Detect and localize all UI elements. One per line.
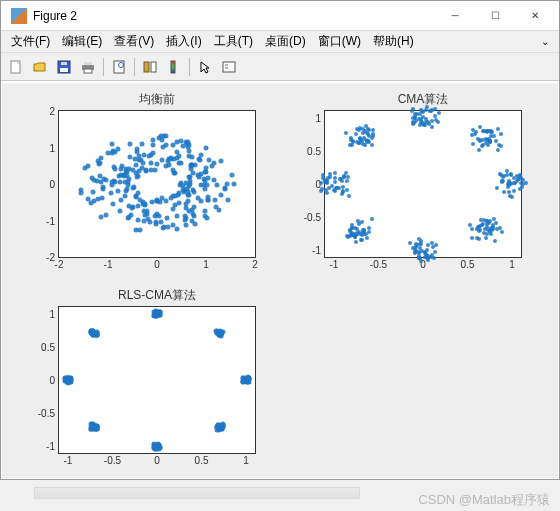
- toolbar-separator: [103, 58, 104, 76]
- y-tick-label: -0.5: [304, 212, 325, 223]
- plot-title: 均衡前: [58, 91, 256, 108]
- menu-help[interactable]: 帮助(H): [367, 31, 420, 52]
- y-tick-label: 1: [315, 112, 325, 123]
- menu-view[interactable]: 查看(V): [108, 31, 160, 52]
- data-point: [488, 140, 492, 144]
- data-point: [219, 331, 224, 336]
- data-point: [195, 195, 200, 200]
- open-button[interactable]: [29, 56, 51, 78]
- x-tick-label: 0.5: [195, 453, 209, 466]
- data-point: [156, 310, 161, 315]
- data-point: [362, 228, 366, 232]
- data-point: [367, 230, 371, 234]
- data-point: [499, 173, 503, 177]
- data-point: [198, 171, 203, 176]
- data-point: [142, 202, 147, 207]
- pointer-icon: [198, 60, 212, 74]
- subplot-rls-cma: RLS-CMA算法 -1-0.500.51-1-0.500.51: [58, 287, 256, 454]
- data-point: [188, 163, 193, 168]
- maximize-button[interactable]: ☐: [475, 2, 515, 30]
- minimize-button[interactable]: ─: [435, 2, 475, 30]
- data-point: [482, 129, 486, 133]
- menu-desktop[interactable]: 桌面(D): [259, 31, 312, 52]
- data-point: [484, 137, 488, 141]
- insert-legend-button[interactable]: [218, 56, 240, 78]
- data-point: [477, 148, 481, 152]
- data-point: [163, 164, 168, 169]
- link-plot-button[interactable]: [139, 56, 161, 78]
- axes[interactable]: -1-0.500.51-1-0.500.51: [58, 306, 256, 454]
- data-point: [117, 208, 122, 213]
- data-point: [190, 219, 195, 224]
- data-point: [191, 205, 196, 210]
- data-point: [181, 188, 186, 193]
- data-point: [223, 186, 228, 191]
- menu-window[interactable]: 窗口(W): [312, 31, 367, 52]
- subplot-cma: CMA算法 -1-0.500.51-1-0.500.51: [324, 91, 522, 258]
- data-point: [134, 194, 139, 199]
- data-point: [155, 161, 160, 166]
- data-point: [470, 227, 474, 231]
- y-tick-label: 2: [49, 106, 59, 117]
- data-point: [204, 145, 209, 150]
- y-tick-label: 0: [49, 375, 59, 386]
- data-point: [345, 188, 349, 192]
- data-point: [134, 162, 139, 167]
- menu-edit[interactable]: 编辑(E): [56, 31, 108, 52]
- menu-overflow-icon[interactable]: ⌄: [535, 36, 555, 47]
- data-point: [205, 195, 210, 200]
- data-point: [508, 194, 512, 198]
- menu-tools[interactable]: 工具(T): [208, 31, 259, 52]
- colorbar-button[interactable]: [163, 56, 185, 78]
- data-point: [229, 173, 234, 178]
- data-point: [118, 197, 123, 202]
- save-button[interactable]: [53, 56, 75, 78]
- axes[interactable]: -1-0.500.51-1-0.500.51: [324, 110, 522, 258]
- data-point: [183, 215, 188, 220]
- data-point: [516, 177, 520, 181]
- data-point: [425, 105, 429, 109]
- data-point: [468, 223, 472, 227]
- new-figure-button[interactable]: [5, 56, 27, 78]
- y-tick-label: -1: [46, 441, 59, 452]
- matlab-icon: [11, 8, 27, 24]
- data-point: [142, 153, 147, 158]
- data-point: [83, 165, 88, 170]
- data-point: [414, 249, 418, 253]
- data-point: [216, 422, 221, 427]
- print-button[interactable]: [77, 56, 99, 78]
- axes[interactable]: -2-1012-2-1012: [58, 110, 256, 258]
- window-controls: ─ ☐ ✕: [435, 2, 555, 30]
- data-point: [473, 132, 477, 136]
- data-point: [418, 123, 422, 127]
- data-point: [134, 227, 139, 232]
- menu-file[interactable]: 文件(F): [5, 31, 56, 52]
- data-point: [481, 143, 485, 147]
- data-point: [364, 124, 368, 128]
- data-point: [226, 197, 231, 202]
- print-preview-button[interactable]: [108, 56, 130, 78]
- data-point: [509, 182, 513, 186]
- data-point: [191, 171, 196, 176]
- edit-plot-button[interactable]: [194, 56, 216, 78]
- data-point: [482, 218, 486, 222]
- data-point: [175, 149, 180, 154]
- data-point: [141, 209, 146, 214]
- data-point: [232, 181, 237, 186]
- data-point: [246, 376, 251, 381]
- x-tick-label: 0: [154, 257, 160, 270]
- title-bar[interactable]: Figure 2 ─ ☐ ✕: [1, 1, 559, 31]
- data-point: [491, 223, 495, 227]
- data-point: [202, 214, 207, 219]
- data-point: [430, 125, 434, 129]
- data-point: [168, 195, 173, 200]
- data-point: [171, 206, 176, 211]
- data-point: [203, 187, 208, 192]
- data-point: [430, 253, 434, 257]
- close-button[interactable]: ✕: [515, 2, 555, 30]
- data-point: [475, 236, 479, 240]
- data-point: [179, 160, 184, 165]
- menu-insert[interactable]: 插入(I): [160, 31, 207, 52]
- data-point: [164, 216, 169, 221]
- data-point: [79, 187, 84, 192]
